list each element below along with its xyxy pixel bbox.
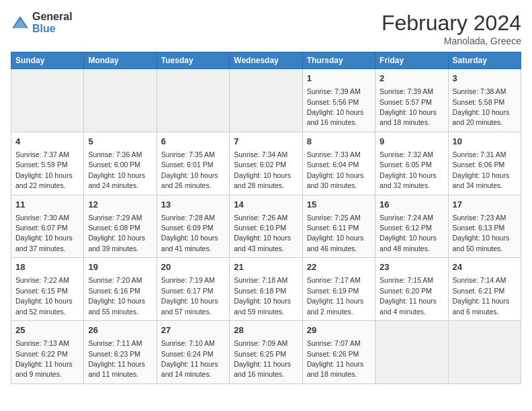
- calendar-cell: 23Sunrise: 7:15 AMSunset: 6:20 PMDayligh…: [375, 258, 448, 321]
- calendar-cell: 24Sunrise: 7:14 AMSunset: 6:21 PMDayligh…: [448, 258, 521, 321]
- day-number: 19: [88, 261, 152, 273]
- day-number: 21: [234, 261, 298, 273]
- day-info: Sunrise: 7:18 AMSunset: 6:18 PMDaylight:…: [234, 276, 291, 315]
- day-number: 15: [307, 199, 371, 211]
- calendar-cell: 12Sunrise: 7:29 AMSunset: 6:08 PMDayligh…: [84, 195, 157, 258]
- day-number: 3: [453, 73, 517, 85]
- day-info: Sunrise: 7:34 AMSunset: 6:02 PMDaylight:…: [234, 150, 291, 189]
- day-number: 16: [380, 199, 443, 211]
- calendar-cell: 21Sunrise: 7:18 AMSunset: 6:18 PMDayligh…: [230, 258, 302, 321]
- day-number: 13: [161, 199, 225, 211]
- logo: General Blue: [11, 11, 73, 34]
- calendar-cell: 25Sunrise: 7:13 AMSunset: 6:22 PMDayligh…: [11, 321, 84, 384]
- calendar-week-row: 18Sunrise: 7:22 AMSunset: 6:15 PMDayligh…: [11, 258, 521, 321]
- day-info: Sunrise: 7:11 AMSunset: 6:23 PMDaylight:…: [88, 339, 145, 378]
- day-info: Sunrise: 7:22 AMSunset: 6:15 PMDaylight:…: [15, 276, 73, 315]
- day-number: 20: [161, 261, 225, 273]
- title-area: February 2024 Manolada, Greece: [382, 11, 521, 46]
- calendar-cell: 29Sunrise: 7:07 AMSunset: 6:26 PMDayligh…: [302, 321, 375, 384]
- day-number: 29: [307, 324, 371, 336]
- day-info: Sunrise: 7:07 AMSunset: 6:26 PMDaylight:…: [307, 339, 364, 378]
- day-number: 5: [88, 136, 152, 148]
- day-number: 1: [307, 73, 371, 85]
- day-number: 14: [234, 199, 298, 211]
- calendar-week-row: 1Sunrise: 7:39 AMSunset: 5:56 PMDaylight…: [11, 69, 521, 132]
- calendar-cell: 17Sunrise: 7:23 AMSunset: 6:13 PMDayligh…: [448, 195, 521, 258]
- calendar-cell: [375, 321, 448, 384]
- day-info: Sunrise: 7:39 AMSunset: 5:57 PMDaylight:…: [380, 87, 437, 126]
- calendar-cell: 16Sunrise: 7:24 AMSunset: 6:12 PMDayligh…: [375, 195, 448, 258]
- calendar-cell: [448, 321, 521, 384]
- day-info: Sunrise: 7:14 AMSunset: 6:21 PMDaylight:…: [453, 276, 510, 315]
- day-number: 8: [307, 136, 371, 148]
- day-number: 25: [15, 324, 79, 336]
- day-number: 18: [15, 261, 79, 273]
- day-of-week-header: Friday: [375, 52, 448, 69]
- day-info: Sunrise: 7:23 AMSunset: 6:13 PMDaylight:…: [453, 214, 510, 253]
- day-number: 22: [307, 261, 371, 273]
- day-number: 26: [88, 324, 152, 336]
- day-info: Sunrise: 7:26 AMSunset: 6:10 PMDaylight:…: [234, 214, 291, 253]
- calendar-cell: [11, 69, 84, 132]
- day-of-week-header: Wednesday: [230, 52, 302, 69]
- day-info: Sunrise: 7:19 AMSunset: 6:17 PMDaylight:…: [161, 276, 218, 315]
- day-number: 11: [15, 199, 79, 211]
- day-info: Sunrise: 7:33 AMSunset: 6:04 PMDaylight:…: [307, 150, 364, 189]
- day-number: 28: [234, 324, 298, 336]
- calendar-cell: [157, 69, 229, 132]
- calendar-cell: 18Sunrise: 7:22 AMSunset: 6:15 PMDayligh…: [11, 258, 84, 321]
- day-info: Sunrise: 7:25 AMSunset: 6:11 PMDaylight:…: [307, 214, 364, 253]
- day-number: 9: [380, 136, 443, 148]
- day-number: 17: [453, 199, 517, 211]
- day-info: Sunrise: 7:10 AMSunset: 6:24 PMDaylight:…: [161, 339, 218, 378]
- day-number: 24: [453, 261, 517, 273]
- calendar-header: SundayMondayTuesdayWednesdayThursdayFrid…: [11, 52, 521, 69]
- calendar-cell: 4Sunrise: 7:37 AMSunset: 5:59 PMDaylight…: [11, 132, 84, 195]
- logo-blue-text: Blue: [32, 23, 73, 35]
- day-info: Sunrise: 7:13 AMSunset: 6:22 PMDaylight:…: [15, 339, 73, 378]
- calendar-cell: 3Sunrise: 7:38 AMSunset: 5:58 PMDaylight…: [448, 69, 521, 132]
- calendar-cell: 13Sunrise: 7:28 AMSunset: 6:09 PMDayligh…: [157, 195, 229, 258]
- day-number: 27: [161, 324, 225, 336]
- header-row: SundayMondayTuesdayWednesdayThursdayFrid…: [11, 52, 521, 69]
- day-info: Sunrise: 7:32 AMSunset: 6:05 PMDaylight:…: [380, 150, 437, 189]
- calendar-cell: 27Sunrise: 7:10 AMSunset: 6:24 PMDayligh…: [157, 321, 229, 384]
- day-of-week-header: Tuesday: [157, 52, 229, 69]
- day-of-week-header: Saturday: [448, 52, 521, 69]
- calendar-table: SundayMondayTuesdayWednesdayThursdayFrid…: [11, 52, 521, 384]
- day-info: Sunrise: 7:24 AMSunset: 6:12 PMDaylight:…: [380, 214, 437, 253]
- calendar-cell: 8Sunrise: 7:33 AMSunset: 6:04 PMDaylight…: [302, 132, 375, 195]
- calendar-cell: 26Sunrise: 7:11 AMSunset: 6:23 PMDayligh…: [84, 321, 157, 384]
- calendar-body: 1Sunrise: 7:39 AMSunset: 5:56 PMDaylight…: [11, 69, 521, 384]
- calendar-cell: 9Sunrise: 7:32 AMSunset: 6:05 PMDaylight…: [375, 132, 448, 195]
- calendar-cell: 14Sunrise: 7:26 AMSunset: 6:10 PMDayligh…: [230, 195, 302, 258]
- day-number: 7: [234, 136, 298, 148]
- day-info: Sunrise: 7:15 AMSunset: 6:20 PMDaylight:…: [380, 276, 437, 315]
- day-info: Sunrise: 7:37 AMSunset: 5:59 PMDaylight:…: [15, 150, 73, 189]
- main-title: February 2024: [382, 11, 521, 36]
- calendar-week-row: 11Sunrise: 7:30 AMSunset: 6:07 PMDayligh…: [11, 195, 521, 258]
- calendar-cell: 6Sunrise: 7:35 AMSunset: 6:01 PMDaylight…: [157, 132, 229, 195]
- day-number: 10: [453, 136, 517, 148]
- day-number: 4: [15, 136, 79, 148]
- logo-icon: [11, 13, 30, 32]
- calendar-cell: 15Sunrise: 7:25 AMSunset: 6:11 PMDayligh…: [302, 195, 375, 258]
- day-info: Sunrise: 7:30 AMSunset: 6:07 PMDaylight:…: [15, 214, 73, 253]
- day-info: Sunrise: 7:35 AMSunset: 6:01 PMDaylight:…: [161, 150, 218, 189]
- calendar-cell: 11Sunrise: 7:30 AMSunset: 6:07 PMDayligh…: [11, 195, 84, 258]
- day-of-week-header: Monday: [84, 52, 157, 69]
- day-info: Sunrise: 7:17 AMSunset: 6:19 PMDaylight:…: [307, 276, 364, 315]
- calendar-cell: 1Sunrise: 7:39 AMSunset: 5:56 PMDaylight…: [302, 69, 375, 132]
- day-number: 2: [380, 73, 443, 85]
- calendar-cell: 19Sunrise: 7:20 AMSunset: 6:16 PMDayligh…: [84, 258, 157, 321]
- day-of-week-header: Thursday: [302, 52, 375, 69]
- day-number: 23: [380, 261, 443, 273]
- calendar-week-row: 25Sunrise: 7:13 AMSunset: 6:22 PMDayligh…: [11, 321, 521, 384]
- day-info: Sunrise: 7:31 AMSunset: 6:06 PMDaylight:…: [453, 150, 510, 189]
- calendar-cell: [230, 69, 302, 132]
- day-info: Sunrise: 7:28 AMSunset: 6:09 PMDaylight:…: [161, 214, 218, 253]
- day-number: 12: [88, 199, 152, 211]
- day-number: 6: [161, 136, 225, 148]
- day-info: Sunrise: 7:38 AMSunset: 5:58 PMDaylight:…: [453, 87, 510, 126]
- header: General Blue February 2024 Manolada, Gre…: [11, 11, 521, 46]
